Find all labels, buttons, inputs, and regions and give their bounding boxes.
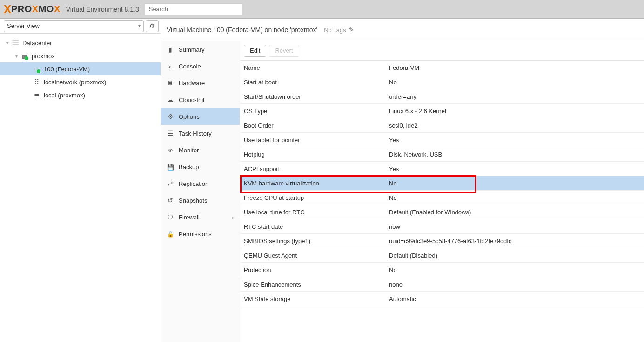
app-header: X PROXMOX Virtual Environment 8.1.3: [0, 0, 644, 19]
option-row[interactable]: Spice Enhancementsnone: [240, 277, 644, 292]
option-value: No: [389, 194, 640, 201]
option-key: Spice Enhancements: [244, 281, 389, 288]
option-row[interactable]: Start/Shutdown orderorder=any: [240, 89, 644, 104]
option-key: Freeze CPU at startup: [244, 194, 389, 201]
option-row[interactable]: Use local time for RTCDefault (Enabled f…: [240, 205, 644, 219]
edit-button[interactable]: Edit: [244, 45, 266, 57]
option-row[interactable]: SMBIOS settings (type1)uuid=c99dc3e9-5c5…: [240, 234, 644, 248]
tree-toggle-icon[interactable]: ▾: [4, 41, 10, 46]
tree-toggle-icon[interactable]: ▾: [13, 54, 20, 59]
option-row[interactable]: HotplugDisk, Network, USB: [240, 147, 644, 162]
option-row[interactable]: Boot Orderscsi0, ide2: [240, 118, 644, 133]
summary-icon: [167, 46, 174, 53]
option-value: now: [389, 223, 640, 230]
option-value: No: [389, 79, 640, 86]
main-header: Virtual Machine 100 (Fedora-VM) on node …: [161, 19, 644, 41]
option-row[interactable]: NameFedora-VM: [240, 61, 644, 75]
tree-label: 100 (Fedora-VM): [44, 66, 90, 73]
snapshots-icon: [167, 197, 174, 204]
revert-button: Revert: [269, 45, 299, 57]
chevron-right-icon: ▸: [232, 215, 234, 220]
option-value: Yes: [389, 165, 640, 172]
proxmox-logo: X PROXMOX: [4, 3, 60, 16]
firewall-icon: [167, 213, 174, 221]
sidenav-item-summary[interactable]: Summary: [161, 41, 240, 58]
option-key: Use tablet for pointer: [244, 137, 389, 144]
option-key: Name: [244, 64, 389, 71]
view-selector[interactable]: Server View ▾: [4, 20, 144, 32]
view-selector-bar: Server View ▾ ⚙: [0, 19, 161, 34]
option-value: none: [389, 281, 640, 288]
network-icon: [32, 78, 42, 86]
option-row[interactable]: ProtectionNo: [240, 263, 644, 277]
sidenav-label: Snapshots: [179, 197, 207, 204]
sidenav-label: Permissions: [179, 231, 212, 238]
tree-label: local (proxmox): [44, 92, 85, 99]
sidenav-item-options[interactable]: Options: [161, 108, 240, 125]
vm-sidenav: SummaryConsoleHardwareCloud-InitOptionsT…: [161, 41, 240, 342]
option-key: QEMU Guest Agent: [244, 252, 389, 259]
sidenav-label: Console: [179, 63, 201, 70]
tree-local-storage[interactable]: local (proxmox): [0, 89, 161, 102]
search-input[interactable]: [145, 3, 242, 15]
option-row[interactable]: QEMU Guest AgentDefault (Disabled): [240, 248, 644, 263]
sidenav-label: Task History: [179, 130, 212, 137]
sidenav-item-task-history[interactable]: Task History: [161, 125, 240, 142]
tree-settings-button[interactable]: ⚙: [146, 20, 159, 32]
option-row[interactable]: KVM hardware virtualizationNo: [240, 176, 644, 191]
sidenav-item-hardware[interactable]: Hardware: [161, 75, 240, 91]
node-icon: [20, 52, 30, 60]
options-table: NameFedora-VMStart at bootNoStart/Shutdo…: [240, 61, 644, 342]
monitor-icon: [167, 146, 174, 154]
sidenav-item-snapshots[interactable]: Snapshots: [161, 192, 240, 209]
option-key: Protection: [244, 267, 389, 274]
hardware-icon: [167, 79, 174, 87]
option-key: Start at boot: [244, 79, 389, 86]
tree-label: Datacenter: [22, 40, 52, 47]
option-row[interactable]: VM State storageAutomatic: [240, 292, 644, 306]
notags-text: No Tags: [324, 27, 346, 34]
tree-node-proxmox[interactable]: ▾ proxmox: [0, 49, 161, 62]
option-key: Hotplug: [244, 151, 389, 158]
replication-icon: [167, 180, 174, 187]
option-key: OS Type: [244, 108, 389, 115]
option-value: Default (Enabled for Windows): [389, 209, 640, 216]
backup-icon: [167, 163, 174, 171]
pencil-icon: ✎: [349, 27, 354, 33]
page-title: Virtual Machine 100 (Fedora-VM) on node …: [167, 26, 317, 34]
tree-label: proxmox: [32, 53, 55, 60]
option-row[interactable]: RTC start datenow: [240, 219, 644, 234]
option-key: Start/Shutdown order: [244, 93, 389, 100]
option-key: VM State storage: [244, 295, 389, 302]
sidenav-item-replication[interactable]: Replication: [161, 175, 240, 192]
sidenav-item-firewall[interactable]: Firewall▸: [161, 209, 240, 226]
sidenav-item-console[interactable]: Console: [161, 58, 240, 75]
option-value: Default (Disabled): [389, 252, 640, 259]
no-tags-label[interactable]: No Tags ✎: [324, 27, 353, 34]
option-row[interactable]: ACPI supportYes: [240, 162, 644, 176]
console-icon: [167, 62, 174, 70]
options-toolbar: Edit Revert: [240, 41, 644, 61]
view-selector-label: Server View: [7, 22, 40, 29]
sidenav-label: Replication: [179, 180, 208, 187]
vm-icon: [32, 65, 42, 73]
option-row[interactable]: Use tablet for pointerYes: [240, 133, 644, 147]
option-value: Fedora-VM: [389, 64, 640, 71]
sidenav-item-cloud-init[interactable]: Cloud-Init: [161, 91, 240, 108]
tree-datacenter[interactable]: ▾ Datacenter: [0, 36, 161, 49]
tree-vm-100[interactable]: 100 (Fedora-VM): [0, 62, 161, 75]
gear-icon: ⚙: [149, 22, 155, 29]
option-value: uuid=c99dc3e9-5c58-4776-af63-1bf2fe79ddf…: [389, 238, 640, 245]
sidenav-item-permissions[interactable]: Permissions: [161, 226, 240, 242]
task-history-icon: [167, 130, 174, 137]
option-key: Use local time for RTC: [244, 209, 389, 216]
sidenav-item-backup[interactable]: Backup: [161, 158, 240, 175]
option-row[interactable]: Start at bootNo: [240, 75, 644, 89]
option-row[interactable]: OS TypeLinux 6.x - 2.6 Kernel: [240, 104, 644, 118]
datacenter-icon: [10, 39, 20, 47]
sidenav-item-monitor[interactable]: Monitor: [161, 142, 240, 158]
tree-localnetwork[interactable]: localnetwork (proxmox): [0, 75, 161, 89]
header-title: Virtual Environment 8.1.3: [66, 6, 139, 13]
option-value: No: [389, 180, 640, 187]
option-row[interactable]: Freeze CPU at startupNo: [240, 191, 644, 205]
